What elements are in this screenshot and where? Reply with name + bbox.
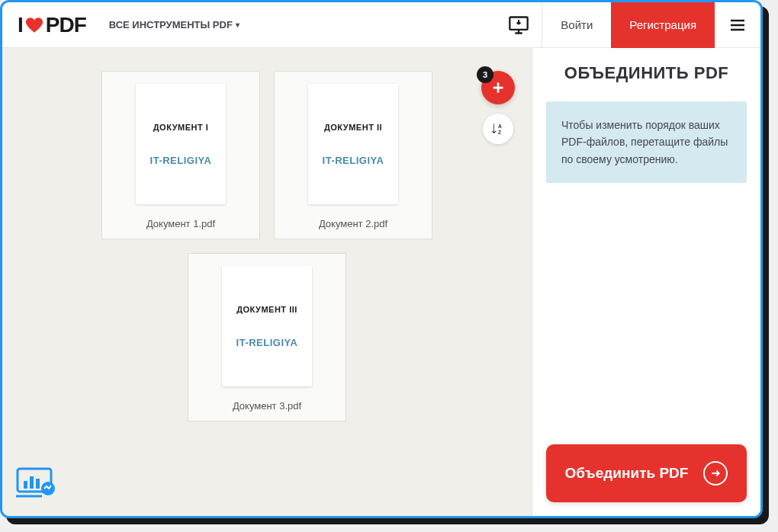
- file-name: Документ 1.pdf: [146, 218, 215, 229]
- header: I PDF ВСЕ ИНСТРУМЕНТЫ PDF Войти Регистра…: [2, 2, 760, 48]
- desktop-download-icon[interactable]: [496, 2, 542, 48]
- add-file-button[interactable]: 3: [481, 71, 515, 104]
- doc-title: ДОКУМЕНТ I: [153, 123, 209, 132]
- register-button[interactable]: Регистрация: [611, 2, 715, 48]
- floating-controls: 3 AZ: [481, 71, 515, 144]
- doc-title: ДОКУМЕНТ II: [324, 123, 382, 132]
- tools-dropdown[interactable]: ВСЕ ИНСТРУМЕНТЫ PDF: [109, 19, 240, 30]
- info-box: Чтобы изменить порядок ваших PDF-файлов,…: [546, 101, 747, 183]
- svg-text:A: A: [498, 123, 502, 129]
- arrow-right-icon: [703, 461, 728, 486]
- merge-button[interactable]: Объединить PDF: [546, 444, 747, 502]
- sidebar-title: ОБЪЕДИНИТЬ PDF: [532, 48, 760, 98]
- file-card[interactable]: ДОКУМЕНТ III IT-RELIGIYA Документ 3.pdf: [188, 253, 346, 421]
- login-button[interactable]: Войти: [542, 2, 611, 48]
- logo-text-suffix: PDF: [46, 13, 86, 37]
- stats-icon[interactable]: [16, 467, 59, 502]
- svg-rect-13: [36, 479, 40, 489]
- doc-title: ДОКУМЕНТ III: [236, 305, 297, 314]
- main-content: ДОКУМЕНТ I IT-RELIGIYA Документ 1.pdf ДО…: [2, 48, 760, 516]
- file-card[interactable]: ДОКУМЕНТ II IT-RELIGIYA Документ 2.pdf: [274, 71, 432, 239]
- doc-brand: IT-RELIGIYA: [236, 337, 298, 348]
- file-preview: ДОКУМЕНТ III IT-RELIGIYA: [222, 266, 312, 386]
- sidebar: ОБЪЕДИНИТЬ PDF Чтобы изменить порядок ва…: [532, 48, 760, 516]
- svg-rect-11: [24, 481, 27, 489]
- svg-text:Z: Z: [498, 130, 501, 135]
- files-grid: ДОКУМЕНТ I IT-RELIGIYA Документ 1.pdf ДО…: [76, 71, 458, 421]
- doc-brand: IT-RELIGIYA: [150, 155, 212, 166]
- heart-icon: [24, 15, 44, 35]
- file-count-badge: 3: [477, 66, 493, 83]
- file-name: Документ 3.pdf: [233, 400, 301, 412]
- logo[interactable]: I PDF: [2, 13, 101, 37]
- file-name: Документ 2.pdf: [319, 218, 387, 229]
- svg-rect-12: [30, 476, 34, 489]
- file-preview: ДОКУМЕНТ II IT-RELIGIYA: [308, 84, 398, 204]
- file-preview: ДОКУМЕНТ I IT-RELIGIYA: [136, 84, 226, 204]
- app-window: I PDF ВСЕ ИНСТРУМЕНТЫ PDF Войти Регистра…: [0, 0, 763, 518]
- merge-button-label: Объединить PDF: [565, 464, 689, 483]
- sort-az-button[interactable]: AZ: [483, 114, 513, 144]
- hamburger-menu-icon[interactable]: [715, 2, 760, 48]
- doc-brand: IT-RELIGIYA: [323, 155, 384, 166]
- file-card[interactable]: ДОКУМЕНТ I IT-RELIGIYA Документ 1.pdf: [101, 71, 260, 239]
- logo-text-prefix: I: [18, 13, 23, 37]
- workspace: ДОКУМЕНТ I IT-RELIGIYA Документ 1.pdf ДО…: [2, 48, 532, 516]
